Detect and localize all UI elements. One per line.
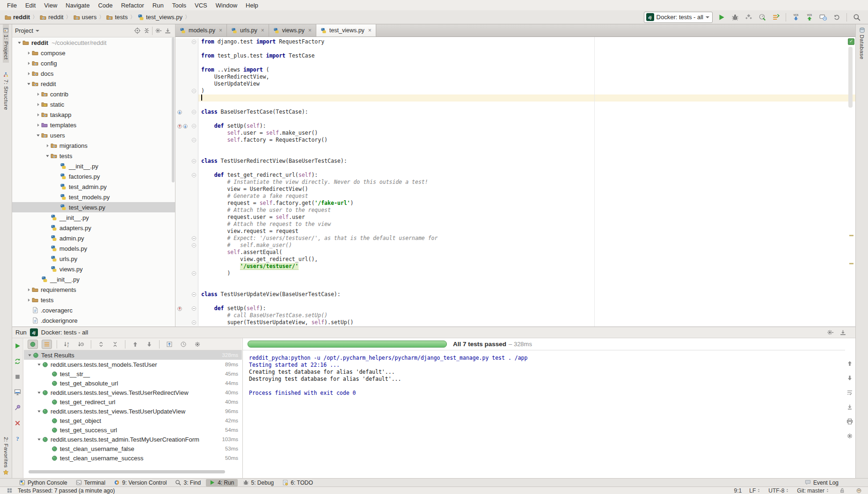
tree-item-static[interactable]: static [12,99,175,109]
tree-item-urls-py[interactable]: urls.py [12,254,175,264]
editor-gutter[interactable] [175,277,198,284]
editor-gutter[interactable] [175,186,198,193]
toolwindow-9-version-control[interactable]: 9: Version Control [110,479,170,487]
help-button[interactable]: ? [13,434,22,443]
test-results-tree[interactable]: Test Results 328ms reddit.users.tests.te… [24,350,242,468]
menu-window[interactable]: Window [212,1,241,10]
toolwindow-6-todo[interactable]: 6: TODO [279,479,316,487]
monitor-button[interactable] [13,387,22,397]
dnArr-button[interactable] [845,373,854,383]
editor-tab-urls-py[interactable]: urls.py× [227,24,269,36]
tree-item-reddit[interactable]: reddit [12,79,175,89]
editor-gutter[interactable] [175,172,198,179]
test-node-test-clean-username-success[interactable]: test_clean_username_success 50ms [24,453,242,463]
clockpc-button[interactable] [818,13,828,22]
menu-help[interactable]: Help [241,1,263,10]
menu-edit[interactable]: Edit [21,1,40,10]
hidebtn-button[interactable] [838,328,847,337]
menu-tools[interactable]: Tools [168,1,190,10]
editor-gutter[interactable] [175,94,198,102]
tree-item-reddit[interactable]: reddit ~/cookiecutter/reddit [12,37,175,48]
menu-refactor[interactable]: Refactor [117,1,148,10]
tree-item-test-views-py[interactable]: test_views.py [12,202,175,212]
tree-item-adapters-py[interactable]: adapters.py [12,223,175,233]
vcsdown-button[interactable]: VCS [791,13,801,22]
lines-button[interactable] [42,340,52,349]
editor-gutter[interactable] [175,242,198,249]
tool-window-button-database[interactable]: Database [856,24,868,62]
inspections-ok-badge[interactable]: ✓ [848,38,854,45]
tree-item-dockerignore[interactable]: .dockerignore [12,315,175,326]
editor-gutter[interactable] [175,256,198,263]
project-panel-title[interactable]: Project [15,28,132,34]
rollback-button[interactable] [832,13,841,22]
tool-window-button-2-favorites[interactable]: 2: Favorites [3,434,9,478]
tree-item-factories-py[interactable]: factories.py [12,171,175,182]
lock-button[interactable] [837,486,846,494]
project-tree[interactable]: reddit ~/cookiecutter/reddit compose con… [12,37,175,327]
close-icon[interactable]: × [368,27,372,34]
editor-gutter[interactable] [175,109,198,116]
play-button[interactable] [717,13,726,22]
editor-gutter[interactable] [175,319,198,326]
toolwindow-3-find[interactable]: 3: Find [172,479,204,487]
gearcaret-button[interactable] [825,328,835,337]
editor-gutter[interactable] [175,249,198,256]
softwrap-button[interactable] [845,388,854,397]
bug-button[interactable] [730,13,740,22]
test-node-reddit-users-tests-test-models-testuser[interactable]: reddit.users.tests.test_models.TestUser … [24,360,242,369]
editor-gutter[interactable] [175,179,198,186]
tree-item-tests[interactable]: tests [12,151,175,161]
hidebtn-button[interactable] [163,26,172,36]
run-config-selector[interactable]: djDocker: tests - all [644,12,713,23]
tree-item-views-py[interactable]: views.py [12,264,175,274]
editor-tab-views-py[interactable]: views.py× [269,24,316,36]
editor-gutter[interactable] [175,193,198,200]
menu-view[interactable]: View [40,1,61,10]
editor-gutter[interactable] [175,284,198,291]
test-node-test-get-success-url[interactable]: test_get_success_url 54ms [24,425,242,435]
tree-item-compose[interactable]: compose [12,48,175,58]
editor-gutter[interactable] [175,45,198,52]
tree-item-test-admin-py[interactable]: test_admin.py [12,182,175,192]
target-button[interactable] [132,26,142,36]
tree-item-migrations[interactable]: migrations [12,140,175,151]
print-button[interactable] [845,417,854,426]
editor-gutter[interactable] [175,200,198,207]
editor-scrollbar[interactable] [848,47,853,108]
editor-gutter[interactable] [175,66,198,73]
warning-stripe-mark[interactable] [849,235,853,236]
collapse2-button[interactable] [110,340,120,349]
tree-item-requirements[interactable]: requirements [12,284,175,295]
tree-item-users[interactable]: users [12,130,175,140]
editor-gutter[interactable] [175,87,198,94]
sortT-button[interactable] [76,340,86,349]
editor-gutter[interactable] [175,59,198,66]
tree-item-taskapp[interactable]: taskapp [12,109,175,120]
status-widget-9-1[interactable]: 9:1 [734,487,742,494]
menu-navigate[interactable]: Navigate [61,1,94,10]
editor-gutter[interactable] [175,221,198,228]
sortA-button[interactable]: az [62,340,72,349]
editor-gutter[interactable] [175,165,198,172]
status-widget-git-master[interactable]: Git: master [797,487,830,494]
collapseAll-button[interactable] [142,26,151,36]
breadcrumb-tests[interactable]: tests [106,14,127,21]
test-node-test-str[interactable]: test__str__ 45ms [24,369,242,378]
tree-item-templates[interactable]: templates [12,120,175,130]
gear-button[interactable] [192,340,203,349]
editor-gutter[interactable] [175,52,198,59]
test-tree-hscrollbar[interactable] [29,470,225,473]
editor-gutter[interactable] [175,207,198,214]
tree-item-config[interactable]: config [12,58,175,68]
stop-button[interactable] [13,372,22,381]
breadcrumb-users[interactable]: users [73,14,97,21]
editor-gutter[interactable] [175,298,198,305]
tree-item-coveragerc[interactable]: .coveragerc [12,305,175,315]
test-node-test-results[interactable]: Test Results 328ms [24,350,242,360]
test-node-test-clean-username-false[interactable]: test_clean_username_false 53ms [24,444,242,453]
breadcrumb-test-views-py[interactable]: test_views.py [138,14,182,21]
editor-gutter[interactable] [175,102,198,109]
close-icon[interactable]: × [308,27,312,34]
toolwindow-terminal[interactable]: Terminal [73,479,109,487]
